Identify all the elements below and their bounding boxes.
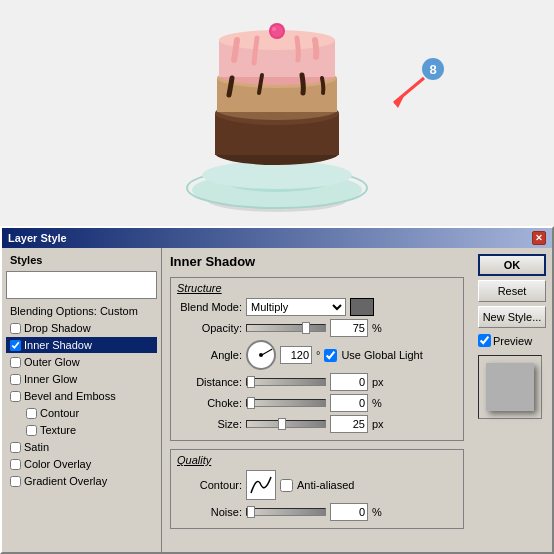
cake-illustration — [147, 5, 407, 225]
satin-label: Satin — [24, 441, 49, 453]
outer-glow-item[interactable]: Outer Glow — [6, 354, 157, 370]
distance-input[interactable] — [330, 373, 368, 391]
step-number-badge: 8 — [422, 58, 444, 80]
texture-checkbox[interactable] — [26, 425, 37, 436]
distance-row: Distance: px — [177, 373, 457, 391]
blending-options-item[interactable]: Blending Options: Custom — [6, 303, 157, 319]
preview-checkbox[interactable] — [478, 334, 491, 347]
contour-curve-icon — [249, 473, 273, 497]
blend-color-swatch[interactable] — [350, 298, 374, 316]
contour-row: Contour: Anti-aliased — [177, 470, 457, 500]
outer-glow-checkbox[interactable] — [10, 357, 21, 368]
styles-list-item — [9, 274, 154, 276]
choke-row: Choke: % — [177, 394, 457, 412]
new-style-button[interactable]: New Style... — [478, 306, 546, 328]
contour-preview[interactable] — [246, 470, 276, 500]
size-label: Size: — [177, 418, 242, 430]
styles-panel: Styles Blending Options: Custom Drop Sha… — [2, 248, 162, 552]
drop-shadow-item[interactable]: Drop Shadow — [6, 320, 157, 336]
dialog-title: Layer Style — [8, 232, 67, 244]
size-slider[interactable] — [246, 420, 326, 428]
gradient-overlay-item[interactable]: Gradient Overlay — [6, 473, 157, 489]
drop-shadow-checkbox[interactable] — [10, 323, 21, 334]
preview-inner-box — [486, 363, 534, 411]
choke-thumb[interactable] — [247, 397, 255, 409]
reset-button[interactable]: Reset — [478, 280, 546, 302]
inner-glow-item[interactable]: Inner Glow — [6, 371, 157, 387]
close-button[interactable]: ✕ — [532, 231, 546, 245]
preview-label: Preview — [493, 335, 532, 347]
choke-label: Choke: — [177, 397, 242, 409]
contour-label: Contour — [40, 407, 79, 419]
angle-dial[interactable] — [246, 340, 276, 370]
svg-point-16 — [271, 25, 283, 37]
dialog-body: Styles Blending Options: Custom Drop Sha… — [2, 248, 552, 552]
canvas-area: 8 — [0, 0, 554, 230]
contour-item[interactable]: Contour — [6, 405, 157, 421]
opacity-row: Opacity: % — [177, 319, 457, 337]
opacity-slider[interactable] — [246, 324, 326, 332]
size-row: Size: px — [177, 415, 457, 433]
inner-glow-checkbox[interactable] — [10, 374, 21, 385]
structure-title: Structure — [177, 282, 457, 294]
noise-thumb[interactable] — [247, 506, 255, 518]
button-panel: OK Reset New Style... Preview — [472, 248, 552, 552]
noise-slider[interactable] — [246, 508, 326, 516]
noise-label: Noise: — [177, 506, 242, 518]
angle-row: Angle: ° Use Global Light — [177, 340, 457, 370]
opacity-input[interactable] — [330, 319, 368, 337]
preview-container: Preview — [478, 334, 546, 347]
choke-input[interactable] — [330, 394, 368, 412]
gradient-overlay-label: Gradient Overlay — [24, 475, 107, 487]
quality-title: Quality — [177, 454, 457, 466]
bevel-emboss-checkbox[interactable] — [10, 391, 21, 402]
distance-label: Distance: — [177, 376, 242, 388]
opacity-label: Opacity: — [177, 322, 242, 334]
angle-input[interactable] — [280, 346, 312, 364]
color-overlay-item[interactable]: Color Overlay — [6, 456, 157, 472]
distance-slider[interactable] — [246, 378, 326, 386]
noise-input[interactable] — [330, 503, 368, 521]
noise-unit: % — [372, 506, 390, 518]
bevel-emboss-item[interactable]: Bevel and Emboss — [6, 388, 157, 404]
dialog-titlebar: Layer Style ✕ — [2, 228, 552, 248]
global-light-checkbox[interactable] — [324, 349, 337, 362]
angle-label: Angle: — [177, 349, 242, 361]
blend-mode-label: Blend Mode: — [177, 301, 242, 313]
svg-point-17 — [272, 27, 276, 31]
gradient-overlay-checkbox[interactable] — [10, 476, 21, 487]
styles-panel-header: Styles — [6, 252, 157, 268]
color-overlay-checkbox[interactable] — [10, 459, 21, 470]
distance-thumb[interactable] — [247, 376, 255, 388]
section-header: Inner Shadow — [170, 254, 464, 269]
opacity-thumb[interactable] — [302, 322, 310, 334]
distance-unit: px — [372, 376, 390, 388]
blending-options-label: Blending Options: Custom — [10, 305, 138, 317]
size-input[interactable] — [330, 415, 368, 433]
structure-section: Structure Blend Mode: Multiply Normal Sc… — [170, 277, 464, 441]
drop-shadow-label: Drop Shadow — [24, 322, 91, 334]
contour-checkbox[interactable] — [26, 408, 37, 419]
svg-point-5 — [202, 161, 352, 189]
bevel-emboss-label: Bevel and Emboss — [24, 390, 116, 402]
satin-checkbox[interactable] — [10, 442, 21, 453]
texture-label: Texture — [40, 424, 76, 436]
quality-section: Quality Contour: Anti-aliased Noi — [170, 449, 464, 529]
ok-button[interactable]: OK — [478, 254, 546, 276]
texture-item[interactable]: Texture — [6, 422, 157, 438]
inner-shadow-link[interactable]: Inner Shadow — [24, 339, 92, 351]
inner-shadow-item[interactable]: Inner Shadow — [6, 337, 157, 353]
outer-glow-label: Outer Glow — [24, 356, 80, 368]
blend-mode-select[interactable]: Multiply Normal Screen — [246, 298, 346, 316]
size-unit: px — [372, 418, 390, 430]
anti-aliased-checkbox[interactable] — [280, 479, 293, 492]
styles-list — [6, 271, 157, 299]
choke-unit: % — [372, 397, 390, 409]
degree-symbol: ° — [316, 349, 320, 361]
anti-aliased-label: Anti-aliased — [297, 479, 354, 491]
size-thumb[interactable] — [278, 418, 286, 430]
inner-glow-label: Inner Glow — [24, 373, 77, 385]
satin-item[interactable]: Satin — [6, 439, 157, 455]
inner-shadow-checkbox[interactable] — [10, 340, 21, 351]
choke-slider[interactable] — [246, 399, 326, 407]
